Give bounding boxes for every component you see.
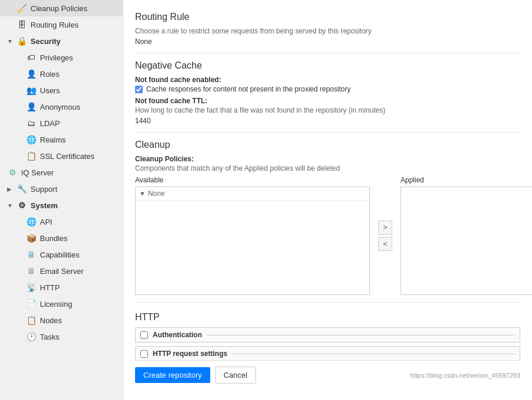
sidebar-item-routing-rules-label: Routing Rules	[31, 21, 79, 29]
security-icon: 🔒	[16, 36, 27, 46]
security-expand-icon: ▼	[7, 38, 14, 45]
roles-icon: 👤	[26, 69, 36, 79]
sidebar-item-email-server[interactable]: 🖥 Email Server	[0, 263, 123, 279]
sidebar-item-email-server-label: Email Server	[40, 267, 83, 276]
iq-server-icon: ⚙	[7, 167, 18, 178]
sidebar-item-users[interactable]: 👥 Users	[0, 82, 123, 99]
system-expand-icon: ▼	[7, 202, 14, 209]
transfer-buttons: > <	[376, 176, 395, 295]
sidebar-item-system[interactable]: ▼ ⚙ System	[0, 197, 123, 213]
sidebar-item-support-label: Support	[31, 185, 58, 194]
sidebar-item-routing-rules[interactable]: 🗄 Routing Rules	[0, 16, 123, 33]
cache-enabled-checkbox[interactable]	[135, 86, 143, 93]
sidebar-item-bundles-label: Bundles	[40, 234, 68, 243]
sidebar: 🧹 Cleanup Policies 🗄 Routing Rules ▼ 🔒 S…	[0, 0, 123, 400]
sidebar-item-capabilities[interactable]: 🖥 Capabilities	[0, 246, 123, 263]
email-server-icon: 🖥	[26, 266, 36, 276]
cleanup-title: Cleanup	[135, 140, 520, 150]
sidebar-item-ldap[interactable]: 🗂 LDAP	[0, 115, 123, 131]
ssl-icon: 📋	[26, 151, 36, 161]
sidebar-item-iq-server[interactable]: ⚙ IQ Server	[0, 164, 123, 181]
create-repository-button[interactable]: Create repository	[135, 367, 210, 383]
sidebar-item-ldap-label: LDAP	[40, 119, 60, 128]
sidebar-item-system-label: System	[31, 201, 58, 210]
sidebar-item-licensing[interactable]: 📄 Licensing	[0, 296, 123, 312]
system-icon: ⚙	[16, 200, 27, 211]
sidebar-item-api[interactable]: 🌐 API	[0, 213, 123, 230]
not-found-cache-label: Not found cache enabled:	[135, 76, 520, 84]
sidebar-item-ssl-certificates[interactable]: 📋 SSL Certificates	[0, 148, 123, 164]
not-found-ttl-label: Not found cache TTL:	[135, 97, 520, 105]
cache-ttl-value: 1440	[135, 117, 520, 125]
authentication-label: Authentication	[153, 331, 202, 339]
sidebar-item-security[interactable]: ▼ 🔒 Security	[0, 33, 123, 49]
sidebar-item-realms-label: Realms	[40, 135, 66, 144]
sidebar-item-capabilities-label: Capabilities	[40, 250, 79, 259]
sidebar-item-tasks-label: Tasks	[40, 333, 59, 341]
filter-row: ▼ None	[136, 187, 369, 201]
sidebar-item-ssl-label: SSL Certificates	[40, 152, 95, 161]
filter-icon: ▼	[139, 190, 146, 197]
cleanup-policies-icon: 🧹	[16, 3, 27, 13]
divider-3	[135, 302, 520, 303]
privileges-icon: 🏷	[26, 52, 36, 63]
sidebar-item-tasks[interactable]: 🕐 Tasks	[0, 328, 123, 345]
sidebar-item-privileges-label: Privileges	[40, 53, 73, 62]
sidebar-item-cleanup-policies-label: Cleanup Policies	[31, 4, 87, 13]
sidebar-item-cleanup-policies[interactable]: 🧹 Cleanup Policies	[0, 0, 123, 16]
sidebar-item-anonymous[interactable]: 👤 Anonymous	[0, 99, 123, 115]
routing-rule-desc: Choose a rule to restrict some requests …	[135, 27, 520, 35]
cancel-button[interactable]: Cancel	[215, 367, 256, 384]
cache-ttl-desc: How long to cache the fact that a file w…	[135, 106, 520, 114]
routing-rule-section: Routing Rule Choose a rule to restrict s…	[135, 12, 520, 46]
http-icon: 📡	[26, 282, 36, 293]
sidebar-item-bundles[interactable]: 📦 Bundles	[0, 230, 123, 246]
sidebar-item-http[interactable]: 📡 HTTP	[0, 279, 123, 296]
cleanup-policies-label: Cleanup Policies:	[135, 155, 520, 163]
authentication-row[interactable]: Authentication	[135, 327, 520, 343]
http-title: HTTP	[135, 312, 520, 323]
cleanup-section: Cleanup Cleanup Policies: Components tha…	[135, 140, 520, 295]
support-expand-icon: ▶	[7, 186, 14, 192]
negative-cache-title: Negative Cache	[135, 60, 520, 71]
api-icon: 🌐	[26, 216, 36, 227]
sidebar-item-licensing-label: Licensing	[40, 300, 72, 309]
sidebar-item-http-label: HTTP	[40, 283, 60, 292]
sidebar-item-security-label: Security	[31, 37, 60, 46]
remove-button[interactable]: <	[378, 237, 392, 251]
req-divider-line	[232, 354, 515, 354]
http-request-settings-row[interactable]: HTTP request settings	[135, 346, 520, 361]
sidebar-item-nodes-label: Nodes	[40, 316, 62, 325]
sidebar-item-support[interactable]: ▶ 🔧 Support	[0, 181, 123, 197]
ldap-icon: 🗂	[26, 118, 36, 128]
routing-rules-icon: 🗄	[16, 19, 27, 30]
sidebar-item-realms[interactable]: 🌐 Realms	[0, 131, 123, 148]
cleanup-available-panel: Available ▼ None	[135, 176, 370, 295]
sidebar-item-iq-label: IQ Server	[21, 168, 54, 177]
routing-rule-title: Routing Rule	[135, 12, 520, 22]
request-settings-checkbox[interactable]	[140, 350, 148, 358]
main-content: Routing Rule Choose a rule to restrict s…	[123, 0, 532, 400]
add-button[interactable]: >	[378, 221, 392, 235]
authentication-checkbox[interactable]	[140, 331, 148, 339]
anonymous-icon: 👤	[26, 101, 36, 112]
sidebar-item-roles[interactable]: 👤 Roles	[0, 66, 123, 82]
footer-link: https://blog.csdn.net/weixin_45697293	[410, 372, 520, 379]
sidebar-item-anonymous-label: Anonymous	[40, 103, 80, 111]
divider-1	[135, 53, 520, 53]
cache-enabled-text: Cache responses for content not present …	[146, 85, 351, 93]
tasks-icon: 🕐	[26, 331, 36, 342]
sidebar-item-roles-label: Roles	[40, 70, 59, 79]
cleanup-policies-desc: Components that match any of the Applied…	[135, 164, 520, 172]
sidebar-item-users-label: Users	[40, 86, 60, 95]
sidebar-item-privileges[interactable]: 🏷 Privileges	[0, 49, 123, 66]
cache-enabled-row: Cache responses for content not present …	[135, 85, 520, 93]
sidebar-item-nodes[interactable]: 📋 Nodes	[0, 312, 123, 328]
available-list-box[interactable]: ▼ None	[135, 187, 370, 295]
capabilities-icon: 🖥	[26, 249, 36, 260]
negative-cache-section: Negative Cache Not found cache enabled: …	[135, 60, 520, 125]
applied-list-box[interactable]	[400, 187, 532, 295]
support-icon: 🔧	[16, 184, 27, 194]
auth-divider-line	[207, 335, 515, 335]
bundles-icon: 📦	[26, 233, 36, 243]
